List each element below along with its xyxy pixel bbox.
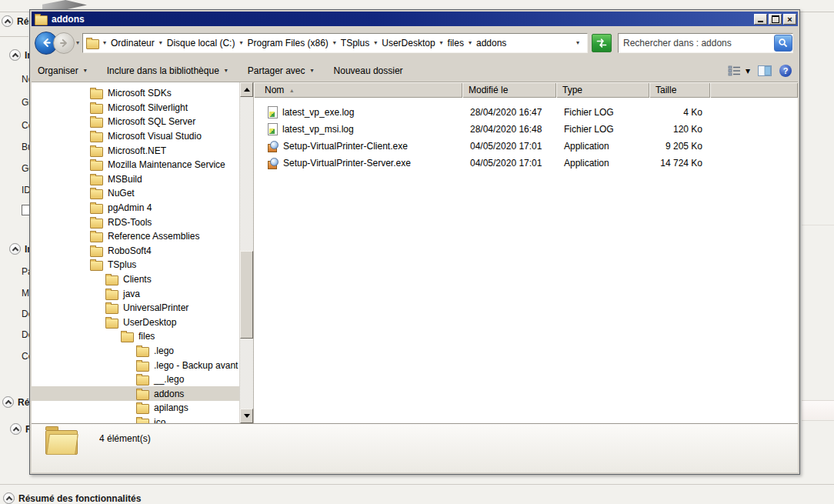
tree-item[interactable]: Reference Assemblies xyxy=(32,229,239,244)
tree-item[interactable]: UniversalPrinter xyxy=(32,301,239,315)
chevron-down-icon[interactable]: ▾ xyxy=(239,39,242,46)
collapse-icon[interactable] xyxy=(10,423,22,435)
maximize-button[interactable] xyxy=(769,14,782,25)
address-history-dropdown[interactable]: ▾ xyxy=(572,39,584,46)
background-divider xyxy=(802,420,834,421)
breadcrumb-program-files[interactable]: Program Files (x86) xyxy=(246,38,329,48)
tree-item[interactable]: ico xyxy=(32,416,239,423)
tree-item[interactable]: UserDesktop xyxy=(32,315,239,330)
folder-icon xyxy=(136,347,149,357)
tree-item[interactable]: java xyxy=(32,286,239,301)
background-band xyxy=(802,401,834,419)
column-header-modified[interactable]: Modifié le xyxy=(462,82,556,98)
file-icon xyxy=(268,158,279,169)
tree-item[interactable]: pgAdmin 4 xyxy=(32,201,239,215)
breadcrumb-tsplus[interactable]: TSplus xyxy=(340,38,370,48)
refresh-icon xyxy=(595,38,608,48)
toolbar-new-folder-button[interactable]: Nouveau dossier xyxy=(334,65,403,76)
collapse-icon[interactable] xyxy=(2,396,14,408)
column-header-name[interactable]: Nom ▴ xyxy=(254,82,462,98)
scroll-up-button[interactable] xyxy=(240,82,253,97)
column-header-type[interactable]: Type xyxy=(556,82,649,98)
tree-item[interactable]: TSplus xyxy=(32,258,239,272)
toolbar-organiser-button[interactable]: Organiser ▾ xyxy=(38,65,87,76)
collapse-icon[interactable] xyxy=(9,49,21,61)
breadcrumb-files[interactable]: files xyxy=(447,38,465,48)
tree-item[interactable]: Microsoft SQL Server xyxy=(32,115,239,129)
address-breadcrumb-bar[interactable]: ▾ Ordinateur ▾ Disque local (C:) ▾ Progr… xyxy=(82,33,588,53)
tree-item[interactable]: files xyxy=(32,329,239,344)
collapse-icon[interactable] xyxy=(2,15,13,27)
scroll-down-button[interactable] xyxy=(240,409,253,423)
chevron-down-icon: ▾ xyxy=(225,67,228,74)
tree-item[interactable]: Microsoft Visual Studio xyxy=(32,129,239,144)
address-bar: ▾ ▾ Ordinateur ▾ Disque local (C:) ▾ Pro… xyxy=(32,26,798,59)
column-header-filler xyxy=(710,82,798,98)
file-list: latest_vp_exe.log 28/04/2020 16:47 Fichi… xyxy=(254,98,798,172)
chevron-down-icon[interactable]: ▾ xyxy=(469,39,472,46)
breadcrumb-ordinateur[interactable]: Ordinateur xyxy=(110,38,155,48)
folder-icon xyxy=(90,219,103,229)
toolbar-include-library-button[interactable]: Inclure dans la bibliothèque ▾ xyxy=(107,65,228,76)
chevron-down-icon[interactable]: ▾ xyxy=(103,39,106,46)
tree-item[interactable]: apilangs xyxy=(32,401,239,416)
folder-icon xyxy=(105,319,118,329)
file-row[interactable]: Setup-VirtualPrinter-Client.exe 04/05/20… xyxy=(254,138,798,155)
tree-item[interactable]: addons xyxy=(32,386,239,401)
chevron-down-icon[interactable]: ▾ xyxy=(159,39,162,46)
tree-item[interactable]: __.lego xyxy=(32,372,239,387)
folder-icon xyxy=(90,261,103,271)
tree-item[interactable]: Microsoft.NET xyxy=(32,143,239,158)
navigation-pane: Microsoft SDKs Microsoft Silverlight Mic… xyxy=(32,82,254,423)
background-divider xyxy=(802,225,834,225)
tree-item[interactable]: RoboSoft4 xyxy=(32,244,239,259)
arrow-down-icon xyxy=(244,414,250,418)
tree-item[interactable]: Microsoft SDKs xyxy=(32,86,239,101)
preview-pane-button[interactable] xyxy=(758,65,772,76)
folder-icon xyxy=(90,132,103,142)
search-button[interactable] xyxy=(774,35,792,52)
tree-item[interactable]: Mozilla Maintenance Service xyxy=(32,158,239,172)
refresh-button[interactable] xyxy=(592,34,612,52)
tree-item[interactable]: Clients xyxy=(32,272,239,287)
tree-item[interactable]: Microsoft Silverlight xyxy=(32,101,239,115)
tree-item[interactable]: MSBuild xyxy=(32,172,239,187)
chevron-down-icon[interactable]: ▾ xyxy=(333,39,336,46)
tree-item[interactable]: .lego - Backup avant MAJ lego ex xyxy=(32,358,239,372)
scrollbar-track[interactable] xyxy=(240,97,253,409)
breadcrumb-disque-local[interactable]: Disque local (C:) xyxy=(166,38,236,48)
chevron-down-icon[interactable]: ▾ xyxy=(374,39,377,46)
folder-icon xyxy=(136,375,149,386)
toolbar-share-with-button[interactable]: Partager avec ▾ xyxy=(248,65,314,76)
title-bar[interactable]: addons × xyxy=(32,12,798,26)
folder-icon xyxy=(90,118,103,128)
help-button[interactable]: ? xyxy=(779,65,792,77)
help-icon: ? xyxy=(779,65,792,77)
file-row[interactable]: latest_vp_msi.log 28/04/2020 16:48 Fichi… xyxy=(254,121,798,138)
tree-item[interactable]: NuGet xyxy=(32,186,239,201)
search-icon xyxy=(778,38,789,48)
collapse-icon[interactable] xyxy=(3,492,15,504)
forward-arrow-icon xyxy=(58,38,69,48)
column-header-size[interactable]: Taille xyxy=(649,82,710,98)
column-headers: Nom ▴ Modifié le Type Taille xyxy=(254,82,798,98)
background-divider xyxy=(0,484,834,485)
close-button[interactable]: × xyxy=(783,14,796,25)
file-row[interactable]: Setup-VirtualPrinter-Server.exe 04/05/20… xyxy=(254,155,798,172)
background-divider xyxy=(0,36,28,37)
forward-button[interactable] xyxy=(53,32,75,54)
recent-pages-dropdown[interactable]: ▾ xyxy=(76,39,79,46)
search-input[interactable]: Rechercher dans : addons xyxy=(619,38,774,48)
minimize-button[interactable] xyxy=(754,14,767,25)
collapse-icon[interactable] xyxy=(9,243,21,255)
breadcrumb-addons[interactable]: addons xyxy=(475,38,507,48)
tree-scrollbar[interactable] xyxy=(239,82,253,423)
chevron-down-icon[interactable]: ▾ xyxy=(440,39,443,46)
file-row[interactable]: latest_vp_exe.log 28/04/2020 16:47 Fichi… xyxy=(254,104,798,121)
breadcrumb-userdesktop[interactable]: UserDesktop xyxy=(381,38,435,48)
tree-item[interactable]: .lego xyxy=(32,344,239,359)
scrollbar-thumb[interactable] xyxy=(240,251,253,339)
file-icon xyxy=(268,106,278,118)
tree-item[interactable]: RDS-Tools xyxy=(32,215,239,229)
change-view-button[interactable]: ▾ xyxy=(728,65,750,76)
